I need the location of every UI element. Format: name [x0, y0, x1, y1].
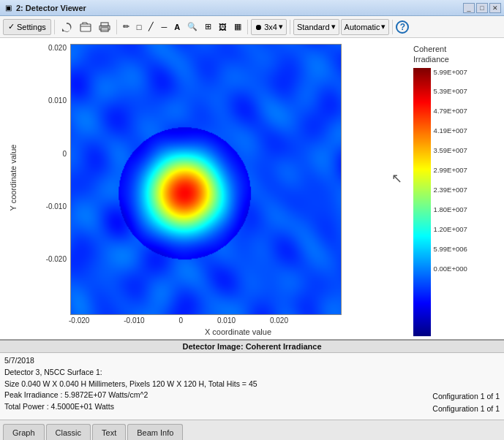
y-tick-5: -0.020	[38, 255, 67, 263]
automatic-arrow-icon: ▾	[381, 22, 385, 31]
cb-label-6: 2.39E+007	[434, 186, 467, 194]
cb-label-5: 2.99E+007	[434, 166, 467, 174]
tab-classic[interactable]: Classic	[46, 424, 91, 440]
tab-beam-info[interactable]: Beam Info	[127, 424, 183, 440]
standard-arrow-icon: ▾	[331, 22, 336, 31]
info-panel: Detector Image: Coherent Irradiance 5/7/…	[0, 339, 504, 420]
info-panel-title: Detector Image: Coherent Irradiance	[0, 341, 504, 353]
window-controls: _ □ ✕	[463, 3, 501, 13]
refresh-icon	[61, 21, 72, 33]
colorbar-title: Coherent Irradiance	[413, 44, 501, 65]
window-title: 2: Detector Viewer	[16, 4, 463, 12]
tab-graph[interactable]: Graph	[3, 424, 45, 440]
standard-dropdown[interactable]: Standard ▾	[293, 19, 339, 35]
print-icon	[99, 21, 110, 33]
info-line2: Size 0.040 W X 0.040 H Millimeters, Pixe…	[4, 379, 375, 390]
x-tick-4: 0.010	[217, 316, 236, 325]
cb-label-3: 4.19E+007	[434, 126, 467, 134]
info-body: 5/7/2018 Detector 3, N5CC Surface 1: Siz…	[0, 353, 504, 417]
text-button[interactable]: A	[171, 18, 183, 36]
layout-dropdown[interactable]: ⏺ 3x4 ▾	[251, 19, 287, 35]
y-ticks: 0.020 0.010 0 -0.010 -0.020	[38, 44, 69, 263]
svg-rect-0	[80, 24, 91, 31]
close-button[interactable]: ✕	[489, 3, 501, 13]
cb-label-7: 1.80E+007	[434, 205, 467, 213]
settings-label: Settings	[17, 23, 46, 31]
y-tick-3: 0	[38, 150, 67, 158]
info-line3: Peak Irradiance : 5.9872E+07 Watts/cm^2	[4, 390, 375, 401]
toolbar-sep-2	[116, 20, 117, 34]
cb-label-8: 1.20E+007	[434, 225, 467, 233]
toolbar-sep-1	[54, 20, 55, 34]
pencil-button[interactable]: ✏	[120, 18, 132, 36]
toolbar: ✓ Settings ✏ □ ╱ ─ A 🔍 ⊞ 🖼 ▦ ⏺ 3x4 ▾ Sta…	[0, 16, 504, 38]
plot-area: Y coordinate value 0.020 0.010 0 -0.010	[0, 38, 504, 339]
rectangle-button[interactable]: □	[134, 18, 145, 36]
layout-arrow-icon: ▾	[279, 22, 283, 31]
info-right: Configuration 1 of 1 Configuration 1 of …	[380, 353, 504, 417]
colorbar-canvas	[413, 68, 431, 336]
x-axis: -0.020 -0.010 0 0.010 0.020	[69, 315, 288, 326]
info-config2: Configuration 1 of 1	[384, 403, 500, 415]
chart-container: Y coordinate value 0.020 0.010 0 -0.010	[3, 44, 501, 336]
colorbar-wrapper: 5.99E+007 5.39E+007 4.79E+007 4.19E+007 …	[413, 68, 501, 336]
zoom-button[interactable]: 🔍	[184, 18, 200, 36]
settings-checkmark-icon: ✓	[8, 22, 15, 31]
grid-button[interactable]: ⊞	[202, 18, 214, 36]
cb-label-10: 0.00E+000	[434, 265, 467, 273]
title-bar: ▣ 2: Detector Viewer _ □ ✕	[0, 0, 504, 16]
cb-label-1: 5.39E+007	[434, 87, 467, 95]
cb-label-4: 3.59E+007	[434, 146, 467, 154]
y-tick-2: 0.010	[38, 96, 67, 105]
x-tick-5: 0.020	[270, 316, 288, 325]
info-line1: Detector 3, N5CC Surface 1:	[4, 367, 375, 379]
automatic-dropdown[interactable]: Automatic ▾	[341, 19, 390, 35]
open-icon	[80, 21, 91, 33]
x-tick-3: 0	[179, 316, 184, 325]
tab-bar: Graph Classic Text Beam Info	[0, 420, 504, 440]
x-tick-2: -0.010	[124, 316, 144, 325]
line-button[interactable]: ╱	[146, 18, 157, 36]
layout-icon: ⏺	[255, 23, 263, 31]
tab-text[interactable]: Text	[92, 424, 126, 440]
info-config1: Configuration 1 of 1	[384, 390, 500, 403]
cb-label-9: 5.99E+006	[434, 245, 467, 253]
info-left: 5/7/2018 Detector 3, N5CC Surface 1: Siz…	[0, 353, 380, 417]
open-button[interactable]	[77, 18, 94, 36]
image-button[interactable]: 🖼	[216, 18, 230, 36]
colorbar-labels: 5.99E+007 5.39E+007 4.79E+007 4.19E+007 …	[434, 68, 467, 273]
refresh-button[interactable]	[58, 18, 75, 36]
cb-label-0: 5.99E+007	[434, 68, 467, 76]
x-axis-label: X coordinate value	[69, 327, 407, 336]
heatmap-canvas	[70, 44, 342, 315]
y-tick-4: -0.010	[38, 202, 67, 210]
y-axis-label: Y coordinate value	[9, 105, 18, 251]
x-tick-1: -0.020	[69, 316, 89, 325]
standard-label: Standard	[297, 23, 330, 31]
info-line4: Total Power : 4.5000E+01 Watts	[4, 401, 375, 413]
cb-label-2: 4.79E+007	[434, 107, 467, 115]
chart-inner: 0.020 0.010 0 -0.010 -0.020	[38, 44, 501, 336]
minimize-button[interactable]: _	[463, 3, 475, 13]
window-icon: ▣	[3, 3, 13, 13]
main-content: Y coordinate value 0.020 0.010 0 -0.010	[0, 38, 504, 440]
y-tick-1: 0.020	[38, 44, 67, 52]
colorbar-container: Coherent Irradiance 5.99E+007 5.39E+007 …	[413, 44, 501, 336]
settings-button[interactable]: ✓ Settings	[3, 19, 51, 35]
toolbar-sep-4	[290, 20, 290, 34]
toolbar-sep-3	[247, 20, 248, 34]
help-button[interactable]: ?	[396, 20, 409, 34]
maximize-button[interactable]: □	[476, 3, 488, 13]
toolbar-sep-5	[392, 20, 393, 34]
table-button[interactable]: ▦	[231, 18, 244, 36]
minus-button[interactable]: ─	[158, 18, 170, 36]
layout-label: 3x4	[264, 23, 277, 31]
info-date: 5/7/2018	[4, 355, 375, 367]
print-button[interactable]	[96, 18, 113, 36]
automatic-label: Automatic	[345, 23, 380, 31]
plot-with-colorbar: 0.020 0.010 0 -0.010 -0.020	[38, 44, 501, 336]
plot-canvas-wrapper: 0.020 0.010 0 -0.010 -0.020	[38, 44, 407, 336]
